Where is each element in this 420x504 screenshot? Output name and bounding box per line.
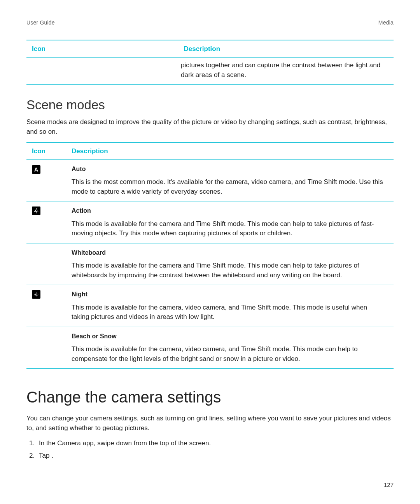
change-settings-lead: You can change your camera settings, suc… <box>26 414 394 433</box>
scene-body: This mode is available for the camera, v… <box>72 304 367 321</box>
table-row: A Auto This is the most common mode. It'… <box>26 160 394 201</box>
scene-desc-cell: Auto This is the most common mode. It's … <box>72 164 394 196</box>
scene-body: This mode is available for the camera an… <box>72 220 374 237</box>
scene-body: This is the most common mode. It's avail… <box>72 178 383 195</box>
scene-body: This mode is available for the camera an… <box>72 262 359 279</box>
table1-cell-icon <box>32 61 181 80</box>
action-icon <box>32 206 40 215</box>
table-row: Action This mode is available for the ca… <box>26 201 394 243</box>
header-right: Media <box>378 19 394 26</box>
scene-icon-action <box>32 206 72 238</box>
change-settings-heading: Change the camera settings <box>26 386 394 408</box>
scene-modes-heading: Scene modes <box>26 96 394 114</box>
scene-body: This mode is available for the camera, v… <box>72 345 358 362</box>
step-item: Tap . <box>37 451 394 461</box>
scene-title: Night <box>72 290 387 299</box>
table1-header-row: Icon Description <box>26 40 394 57</box>
scene-icon-auto: A <box>32 164 72 196</box>
scene-desc-cell: Night This mode is available for the cam… <box>72 290 394 322</box>
scene-desc-cell: Action This mode is available for the ca… <box>72 206 394 238</box>
scene-modes-lead: Scene modes are designed to improve the … <box>26 117 394 136</box>
auto-icon: A <box>32 165 40 174</box>
table2-col-icon: Icon <box>32 147 72 156</box>
divider <box>26 84 394 85</box>
night-icon <box>32 290 40 299</box>
scene-title: Auto <box>72 164 387 173</box>
scene-desc-cell: Beach or Snow This mode is available for… <box>72 332 394 364</box>
scene-icon-whiteboard <box>32 248 72 280</box>
scene-icon-night <box>32 290 72 322</box>
scene-title: Beach or Snow <box>72 332 387 341</box>
page-number: 127 <box>384 481 394 489</box>
table2-col-description: Description <box>72 147 394 156</box>
document-page: User Guide Media Icon Description pictur… <box>0 0 420 504</box>
table-row: Whiteboard This mode is available for th… <box>26 243 394 285</box>
scene-title: Action <box>72 206 387 215</box>
running-header: User Guide Media <box>26 19 394 26</box>
scene-title: Whiteboard <box>72 248 387 257</box>
table1-row: pictures together and can capture the co… <box>26 58 394 84</box>
table-row: Night This mode is available for the cam… <box>26 285 394 326</box>
table2-header-row: Icon Description <box>26 143 394 159</box>
table1-cell-description: pictures together and can capture the co… <box>181 61 394 80</box>
table1-col-description: Description <box>184 44 394 54</box>
table-row: Beach or Snow This mode is available for… <box>26 327 394 368</box>
svg-point-0 <box>36 208 37 210</box>
step-item: In the Camera app, swipe down from the t… <box>37 439 394 448</box>
steps-list: In the Camera app, swipe down from the t… <box>26 439 394 461</box>
table1-col-icon: Icon <box>32 44 184 54</box>
divider <box>26 368 394 369</box>
header-left: User Guide <box>26 19 55 26</box>
scene-icon-beach <box>32 332 72 364</box>
scene-desc-cell: Whiteboard This mode is available for th… <box>72 248 394 280</box>
